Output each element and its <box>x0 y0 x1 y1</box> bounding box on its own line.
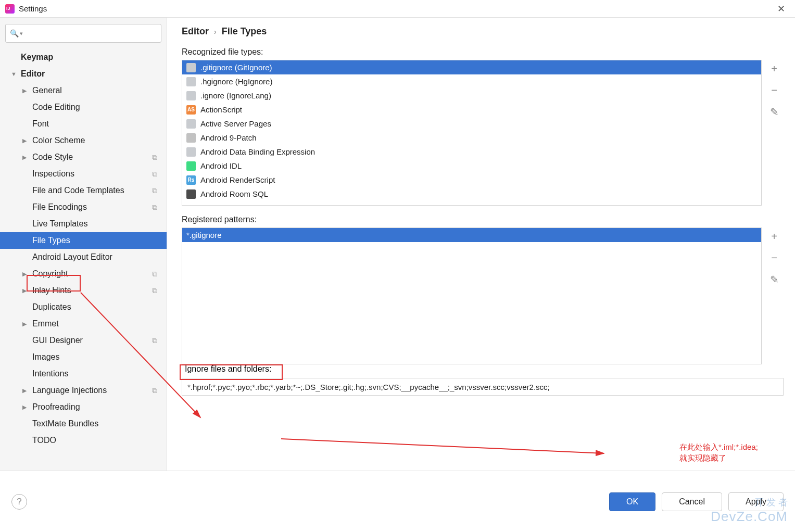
sidebar-item-language-injections[interactable]: ▶Language Injections⧉ <box>0 382 167 399</box>
add-filetype-icon[interactable]: + <box>771 63 777 75</box>
filetype-icon <box>186 133 196 143</box>
sidebar-item-file-types[interactable]: File Types <box>0 232 167 249</box>
edit-filetype-icon[interactable]: ✎ <box>770 106 779 118</box>
scope-icon: ⧉ <box>152 386 157 395</box>
expand-arrow-icon[interactable]: ▼ <box>11 71 18 77</box>
sidebar-item-general[interactable]: ▶General <box>0 82 167 99</box>
expand-arrow-icon[interactable]: ▶ <box>22 387 30 394</box>
sidebar-item-file-encodings[interactable]: File Encodings⧉ <box>0 199 167 216</box>
sidebar-item-todo[interactable]: TODO <box>0 432 167 449</box>
sidebar-item-file-and-code-templates[interactable]: File and Code Templates⧉ <box>0 182 167 199</box>
settings-sidebar: 🔍 ▾ Keymap▼Editor▶GeneralCode EditingFon… <box>0 18 167 503</box>
sidebar-item-color-scheme[interactable]: ▶Color Scheme <box>0 132 167 149</box>
add-pattern-icon[interactable]: + <box>771 231 777 243</box>
registered-patterns-label: Registered patterns: <box>182 215 784 224</box>
close-icon[interactable]: ✕ <box>772 0 790 18</box>
sidebar-item-label: File Types <box>32 236 70 245</box>
expand-arrow-icon[interactable]: ▶ <box>22 87 30 94</box>
filetype-label: Android Room SQL <box>200 189 268 198</box>
recognized-types-label: Recognized file types: <box>182 47 784 57</box>
pattern-row[interactable]: *.gitignore <box>182 228 761 242</box>
sidebar-item-gui-designer[interactable]: GUI Designer⧉ <box>0 332 167 349</box>
sidebar-item-android-layout-editor[interactable]: Android Layout Editor <box>0 249 167 265</box>
filetype-row[interactable]: Android Data Binding Expression <box>182 145 761 159</box>
scope-icon: ⧉ <box>152 153 157 162</box>
help-button[interactable]: ? <box>11 494 27 510</box>
scope-icon: ⧉ <box>152 286 157 295</box>
sidebar-item-label: Android Layout Editor <box>32 252 112 262</box>
filetype-row[interactable]: Android IDL <box>182 159 761 173</box>
sidebar-item-keymap[interactable]: Keymap <box>0 49 167 66</box>
filetype-row[interactable]: Android Room SQL <box>182 187 761 201</box>
expand-arrow-icon[interactable]: ▶ <box>22 404 30 411</box>
filetype-row[interactable]: .ignore (IgnoreLang) <box>182 88 761 103</box>
filetype-label: Android 9-Patch <box>200 133 257 142</box>
expand-arrow-icon[interactable]: ▶ <box>22 137 30 144</box>
scope-icon: ⧉ <box>152 336 157 345</box>
sidebar-item-label: File Encodings <box>32 202 87 212</box>
filetype-icon <box>186 63 196 72</box>
sidebar-item-images[interactable]: Images <box>0 349 167 365</box>
breadcrumb-root[interactable]: Editor <box>182 26 209 37</box>
sidebar-item-live-templates[interactable]: Live Templates <box>0 216 167 232</box>
filetype-row[interactable]: ASActionScript <box>182 103 761 117</box>
filetype-icon <box>186 91 196 100</box>
filetype-label: Android IDL <box>200 161 242 170</box>
sidebar-item-intentions[interactable]: Intentions <box>0 365 167 382</box>
expand-arrow-icon[interactable]: ▶ <box>22 321 30 327</box>
sidebar-item-inspections[interactable]: Inspections⧉ <box>0 166 167 182</box>
sidebar-item-editor[interactable]: ▼Editor <box>0 66 167 82</box>
remove-pattern-icon[interactable]: − <box>771 252 777 264</box>
filetype-row[interactable]: .hgignore (HgIgnore) <box>182 74 761 88</box>
sidebar-item-proofreading[interactable]: ▶Proofreading <box>0 399 167 415</box>
expand-arrow-icon[interactable]: ▶ <box>22 271 30 277</box>
sidebar-item-label: Language Injections <box>32 386 107 395</box>
sidebar-item-copyright[interactable]: ▶Copyright⧉ <box>0 265 167 282</box>
dialog-button-bar: ? OK Cancel Apply <box>0 471 795 532</box>
annotation-text: 在此处输入*.iml;*.idea; 就实现隐藏了 <box>679 441 758 463</box>
remove-filetype-icon[interactable]: − <box>771 84 777 96</box>
filetype-label: .hgignore (HgIgnore) <box>200 77 272 86</box>
title-bar: Settings ✕ <box>0 0 795 18</box>
ignore-files-input[interactable] <box>182 378 784 396</box>
filetype-label: Active Server Pages <box>200 119 271 128</box>
filetype-icon: AS <box>186 105 196 115</box>
search-options-icon[interactable]: ▾ <box>20 30 23 37</box>
expand-arrow-icon[interactable]: ▶ <box>22 154 30 161</box>
apply-button[interactable]: Apply <box>728 492 784 511</box>
sidebar-item-textmate-bundles[interactable]: TextMate Bundles <box>0 415 167 432</box>
scope-icon: ⧉ <box>152 270 157 278</box>
search-icon: 🔍 <box>10 29 19 37</box>
search-input[interactable]: 🔍 ▾ <box>5 24 161 43</box>
filetype-label: Android RenderScript <box>200 175 275 184</box>
sidebar-item-duplicates[interactable]: Duplicates <box>0 299 167 315</box>
filetype-row[interactable]: .gitignore (GitIgnore) <box>182 60 761 74</box>
settings-tree: Keymap▼Editor▶GeneralCode EditingFont▶Co… <box>0 49 167 503</box>
sidebar-item-font[interactable]: Font <box>0 116 167 132</box>
breadcrumb-leaf: File Types <box>222 26 267 37</box>
registered-patterns-list[interactable]: *.gitignore <box>182 227 762 364</box>
filetype-icon <box>186 119 196 129</box>
filetype-label: ActionScript <box>200 105 242 114</box>
sidebar-item-label: Duplicates <box>32 302 71 312</box>
filetype-row[interactable]: RsAndroid RenderScript <box>182 173 761 187</box>
edit-pattern-icon[interactable]: ✎ <box>770 273 779 286</box>
sidebar-item-code-editing[interactable]: Code Editing <box>0 99 167 116</box>
sidebar-item-label: Inspections <box>32 169 74 179</box>
filetype-row[interactable]: Android 9-Patch <box>182 131 761 145</box>
filetype-icon <box>186 77 196 86</box>
sidebar-item-emmet[interactable]: ▶Emmet <box>0 315 167 332</box>
filetype-row[interactable]: Active Server Pages <box>182 117 761 131</box>
sidebar-item-label: Emmet <box>32 319 59 328</box>
sidebar-item-label: GUI Designer <box>32 336 83 345</box>
main-panel: Editor › File Types Recognized file type… <box>167 18 795 503</box>
sidebar-item-code-style[interactable]: ▶Code Style⧉ <box>0 149 167 166</box>
sidebar-item-label: Copyright <box>32 269 68 278</box>
cancel-button[interactable]: Cancel <box>662 492 722 511</box>
recognized-types-list[interactable]: .gitignore (GitIgnore).hgignore (HgIgnor… <box>182 60 762 206</box>
ok-button[interactable]: OK <box>609 492 655 511</box>
sidebar-item-inlay-hints[interactable]: ▶Inlay Hints⧉ <box>0 282 167 299</box>
scope-icon: ⧉ <box>152 203 157 212</box>
sidebar-item-label: Font <box>32 119 49 129</box>
expand-arrow-icon[interactable]: ▶ <box>22 287 30 294</box>
